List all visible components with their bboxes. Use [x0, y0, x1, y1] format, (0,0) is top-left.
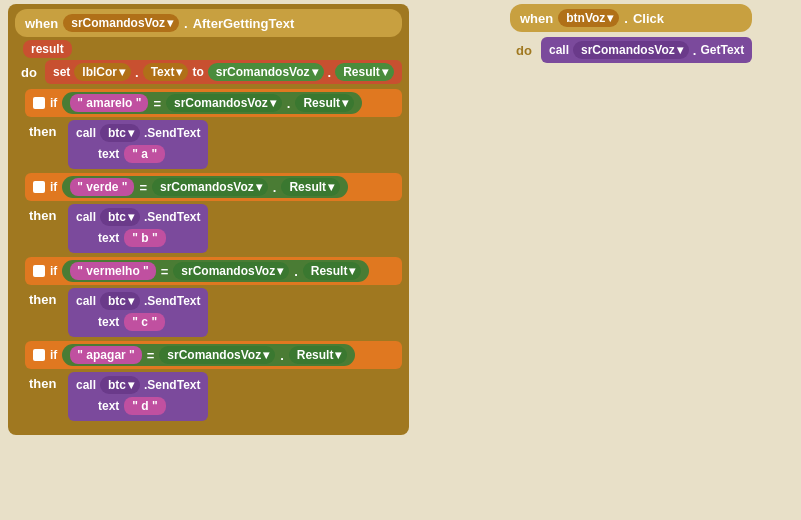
text-row-4: text " d " — [98, 397, 200, 415]
call-gettext-block: call srComandosVoz▾ . GetText — [541, 37, 752, 63]
btc-dropdown-3[interactable]: btc▾ — [100, 292, 140, 310]
if-row-1: if " amarelo " = srComandosVoz▾ . Result… — [25, 89, 402, 117]
gettext-method-label: GetText — [700, 43, 744, 57]
btc-dropdown-2[interactable]: btc▾ — [100, 208, 140, 226]
call-block-4: call btc▾ .SendText text " d " — [68, 372, 208, 421]
src-commands-dropdown-1[interactable]: srComandosVoz▾ — [63, 14, 179, 32]
if-row-4: if " apagar " = srComandosVoz▾ . Result▾ — [25, 341, 402, 369]
after-getting-text-label: AfterGettingText — [193, 16, 295, 31]
then-label-2: then — [29, 208, 63, 223]
sr-dropdown-cond-2[interactable]: srComandosVoz▾ — [152, 178, 268, 196]
when-label-right: when — [520, 11, 553, 26]
string-verde: " verde " — [70, 178, 134, 196]
text-row-1: text " a " — [98, 145, 200, 163]
text-val-4: " d " — [124, 397, 165, 415]
call-row-4: call btc▾ .SendText — [76, 376, 200, 394]
text-val-2: " b " — [124, 229, 165, 247]
sr-dropdown-cond-3[interactable]: srComandosVoz▾ — [173, 262, 289, 280]
call-row-2: call btc▾ .SendText — [76, 208, 200, 226]
result-cond-2[interactable]: Result▾ — [281, 178, 340, 196]
when-click-hat: when btnVoz▾ . Click — [510, 4, 752, 32]
if-checkbox-4[interactable] — [33, 349, 45, 361]
lblcor-dropdown[interactable]: lblCor▾ — [74, 63, 131, 81]
call-block-3: call btc▾ .SendText text " c " — [68, 288, 208, 337]
sr-dropdown-cond-1[interactable]: srComandosVoz▾ — [166, 94, 282, 112]
dot-2: . — [135, 65, 139, 80]
dot-separator-1: . — [184, 16, 188, 31]
do-set-row: do set lblCor▾ . Text▾ to srComandosVoz▾… — [21, 60, 402, 84]
call-row-1: call btc▾ .SendText — [76, 124, 200, 142]
condition-1: " amarelo " = srComandosVoz▾ . Result▾ — [62, 92, 362, 114]
btc-dropdown-1[interactable]: btc▾ — [100, 124, 140, 142]
result-pill: result — [23, 41, 402, 56]
text-val-3: " c " — [124, 313, 165, 331]
do-label-right: do — [516, 43, 536, 58]
btc-dropdown-4[interactable]: btc▾ — [100, 376, 140, 394]
if-checkbox-3[interactable] — [33, 265, 45, 277]
result-cond-3[interactable]: Result▾ — [303, 262, 362, 280]
when-event-hat: when srComandosVoz▾ . AfterGettingText — [15, 9, 402, 37]
click-event-label: Click — [633, 11, 664, 26]
text-val-1: " a " — [124, 145, 165, 163]
result-dropdown-1[interactable]: Result▾ — [335, 63, 394, 81]
if-group-2: if " verde " = srComandosVoz▾ . Result▾ … — [25, 173, 402, 253]
then-row-2: then call btc▾ .SendText text " b " — [29, 204, 402, 253]
then-label-3: then — [29, 292, 63, 307]
string-vermelho: " vermelho " — [70, 262, 155, 280]
text-row-2: text " b " — [98, 229, 200, 247]
then-row-3: then call btc▾ .SendText text " c " — [29, 288, 402, 337]
if-group-1: if " amarelo " = srComandosVoz▾ . Result… — [25, 89, 402, 169]
call-block-2: call btc▾ .SendText text " b " — [68, 204, 208, 253]
condition-2: " verde " = srComandosVoz▾ . Result▾ — [62, 176, 348, 198]
then-row-1: then call btc▾ .SendText text " a " — [29, 120, 402, 169]
if-row-2: if " verde " = srComandosVoz▾ . Result▾ — [25, 173, 402, 201]
text-row-3: text " c " — [98, 313, 200, 331]
sr-commands-voz-dropdown-2[interactable]: srComandosVoz▾ — [208, 63, 324, 81]
result-cond-4[interactable]: Result▾ — [289, 346, 348, 364]
set-block: set lblCor▾ . Text▾ to srComandosVoz▾ . … — [45, 60, 402, 84]
when-label: when — [25, 16, 58, 31]
text-dropdown[interactable]: Text▾ — [143, 63, 189, 81]
dot-3: . — [328, 65, 332, 80]
condition-3: " vermelho " = srComandosVoz▾ . Result▾ — [62, 260, 369, 282]
then-row-4: then call btc▾ .SendText text " d " — [29, 372, 402, 421]
sr-dropdown-cond-4[interactable]: srComandosVoz▾ — [159, 346, 275, 364]
string-amarelo: " amarelo " — [70, 94, 148, 112]
if-group-3: if " vermelho " = srComandosVoz▾ . Resul… — [25, 257, 402, 337]
right-block-container: when btnVoz▾ . Click do call srComandosV… — [510, 4, 752, 63]
do-label: do — [21, 65, 41, 80]
btnvoz-dropdown[interactable]: btnVoz▾ — [558, 9, 619, 27]
string-apagar: " apagar " — [70, 346, 141, 364]
if-checkbox-1[interactable] — [33, 97, 45, 109]
if-row-3: if " vermelho " = srComandosVoz▾ . Resul… — [25, 257, 402, 285]
if-checkbox-2[interactable] — [33, 181, 45, 193]
sr-commands-voz-right-dropdown[interactable]: srComandosVoz▾ — [573, 41, 689, 59]
call-block-1: call btc▾ .SendText text " a " — [68, 120, 208, 169]
condition-4: " apagar " = srComandosVoz▾ . Result▾ — [62, 344, 355, 366]
result-cond-1[interactable]: Result▾ — [295, 94, 354, 112]
call-row-3: call btc▾ .SendText — [76, 292, 200, 310]
if-group-4: if " apagar " = srComandosVoz▾ . Result▾… — [25, 341, 402, 421]
then-label-1: then — [29, 124, 63, 139]
then-label-4: then — [29, 376, 63, 391]
do-row-right: do call srComandosVoz▾ . GetText — [516, 37, 752, 63]
